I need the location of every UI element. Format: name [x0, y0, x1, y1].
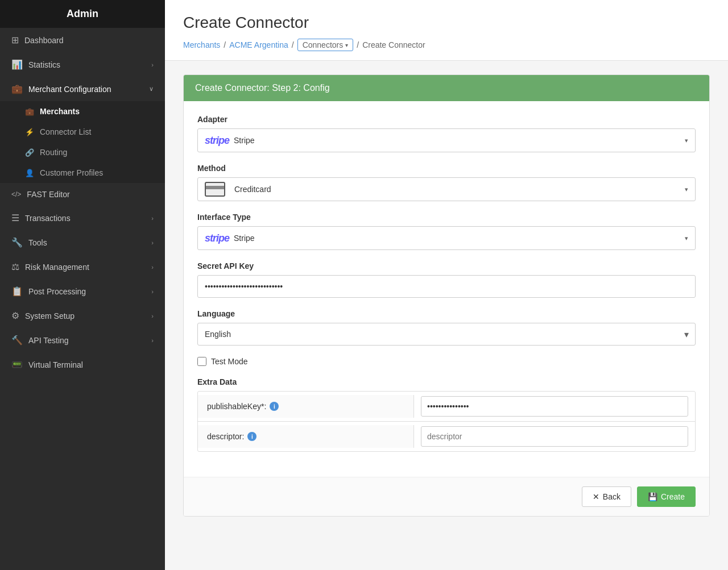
api-testing-icon: 🔨 — [11, 335, 23, 346]
back-button[interactable]: ✕ Back — [582, 486, 631, 507]
method-select[interactable]: Creditcard ▾ — [197, 177, 696, 201]
sidebar-item-label: API Testing — [28, 336, 69, 345]
chevron-down-icon: ▾ — [685, 186, 688, 193]
chevron-right-icon: › — [151, 264, 154, 271]
sidebar-item-routing[interactable]: 🔗 Routing — [0, 142, 165, 163]
breadcrumb-connectors-label: Connectors — [303, 40, 344, 49]
info-icon[interactable]: i — [247, 432, 257, 441]
sidebar-item-transactions[interactable]: ☰ Transactions › — [0, 206, 165, 230]
sidebar-header: Admin — [0, 0, 165, 28]
interface-type-label: Interface Type — [197, 213, 696, 222]
adapter-select[interactable]: stripe Stripe ▾ — [197, 128, 696, 152]
sidebar-item-label: Transactions — [25, 214, 71, 223]
breadcrumb: Merchants / ACME Argentina / Connectors … — [183, 39, 710, 51]
sidebar-item-fast-editor[interactable]: </> FAST Editor — [0, 183, 165, 206]
sidebar-item-merchant-configuration[interactable]: 💼 Merchant Configuration ∨ — [0, 77, 165, 101]
sidebar-item-connector-list[interactable]: ⚡ Connector List — [0, 122, 165, 142]
test-mode-label[interactable]: Test Mode — [211, 357, 248, 366]
sidebar-sub-label: Routing — [40, 148, 67, 157]
virtual-terminal-icon: 📟 — [11, 359, 23, 370]
extra-data-row: publishableKey*: i — [198, 392, 695, 422]
descriptor-label: descriptor: i — [198, 425, 414, 448]
sidebar-item-statistics[interactable]: 📊 Statistics › — [0, 52, 165, 77]
back-label: Back — [603, 492, 621, 501]
interface-type-select[interactable]: stripe Stripe ▾ — [197, 226, 696, 250]
breadcrumb-connectors-dropdown[interactable]: Connectors ▾ — [297, 39, 354, 51]
sidebar-item-post-processing[interactable]: 📋 Post Processing › — [0, 279, 165, 303]
page-title: Create Connector — [183, 14, 710, 32]
create-label: Create — [661, 492, 685, 501]
publishable-key-value — [414, 392, 695, 421]
chevron-right-icon: › — [151, 337, 154, 344]
tools-icon: 🔧 — [11, 237, 23, 248]
create-connector-card: Create Connector: Step 2: Config Adapter… — [183, 74, 710, 517]
interface-type-value: Stripe — [234, 234, 685, 243]
language-select-wrapper: English Spanish French — [197, 323, 696, 346]
language-select[interactable]: English Spanish French — [197, 323, 696, 346]
transactions-icon: ☰ — [11, 213, 19, 223]
language-label: Language — [197, 309, 696, 318]
chevron-right-icon: › — [151, 61, 154, 68]
stripe-logo-icon: stripe — [205, 135, 229, 147]
method-group: Method Creditcard ▾ — [197, 164, 696, 201]
card-body: Adapter stripe Stripe ▾ Method Creditcar… — [184, 101, 709, 477]
adapter-value: Stripe — [234, 136, 685, 145]
sidebar-sub-label: Merchants — [40, 107, 80, 116]
breadcrumb-acme[interactable]: ACME Argentina — [229, 40, 288, 49]
breadcrumb-create-connector: Create Connector — [362, 40, 425, 49]
info-icon[interactable]: i — [270, 402, 279, 411]
sidebar-item-dashboard[interactable]: ⊞ Dashboard — [0, 28, 165, 52]
main-content: Create Connector Merchants / ACME Argent… — [165, 0, 728, 570]
sidebar-sub-label: Connector List — [40, 127, 91, 136]
step-header-text: Create Connector: Step 2: Config — [195, 83, 330, 93]
sidebar-sub-menu: 💼 Merchants ⚡ Connector List 🔗 Routing 👤… — [0, 101, 165, 183]
publishable-key-input[interactable] — [421, 396, 688, 417]
card-footer: ✕ Back 💾 Create — [184, 477, 709, 516]
card-header: Create Connector: Step 2: Config — [184, 75, 709, 101]
descriptor-value — [414, 422, 695, 451]
sidebar-item-risk-management[interactable]: ⚖ Risk Management › — [0, 255, 165, 279]
adapter-group: Adapter stripe Stripe ▾ — [197, 115, 696, 152]
customer-icon: 👤 — [25, 169, 34, 177]
sidebar-item-label: Risk Management — [25, 263, 89, 272]
chevron-right-icon: › — [151, 215, 154, 222]
fast-editor-icon: </> — [11, 190, 21, 198]
language-group: Language English Spanish French — [197, 309, 696, 346]
save-icon: 💾 — [648, 492, 657, 501]
chevron-right-icon: › — [151, 288, 154, 295]
sidebar-item-merchants[interactable]: 💼 Merchants — [0, 101, 165, 122]
sidebar-item-label: Virtual Terminal — [28, 360, 83, 369]
routing-icon: 🔗 — [25, 148, 34, 157]
connector-icon: ⚡ — [25, 128, 34, 136]
test-mode-group: Test Mode — [197, 357, 696, 366]
dashboard-icon: ⊞ — [11, 35, 19, 45]
merchants-icon: 💼 — [25, 107, 34, 116]
chevron-down-icon: ▾ — [685, 137, 688, 144]
sidebar-item-label: System Setup — [25, 311, 75, 321]
sidebar-item-api-testing[interactable]: 🔨 API Testing › — [0, 328, 165, 352]
secret-api-key-label: Secret API Key — [197, 261, 696, 271]
secret-api-key-input[interactable] — [197, 275, 696, 298]
sidebar-item-label: FAST Editor — [27, 190, 69, 199]
breadcrumb-merchants[interactable]: Merchants — [183, 40, 220, 49]
sidebar-item-customer-profiles[interactable]: 👤 Customer Profiles — [0, 163, 165, 183]
publishable-key-label: publishableKey*: i — [198, 395, 414, 418]
sidebar: Admin ⊞ Dashboard 📊 Statistics › 💼 Merch… — [0, 0, 165, 570]
sidebar-item-virtual-terminal[interactable]: 📟 Virtual Terminal — [0, 352, 165, 377]
creditcard-icon — [205, 182, 225, 197]
page-header: Create Connector Merchants / ACME Argent… — [165, 0, 728, 61]
sidebar-item-system-setup[interactable]: ⚙ System Setup › — [0, 303, 165, 328]
chevron-right-icon: › — [151, 313, 154, 319]
statistics-icon: 📊 — [11, 59, 23, 70]
method-value: Creditcard — [234, 185, 685, 194]
chevron-right-icon: › — [151, 239, 154, 246]
descriptor-input[interactable] — [421, 426, 688, 447]
sidebar-item-label: Post Processing — [28, 287, 86, 296]
sidebar-item-label: Tools — [28, 238, 47, 247]
create-button[interactable]: 💾 Create — [637, 486, 696, 507]
test-mode-checkbox[interactable] — [197, 357, 206, 366]
sidebar-item-tools[interactable]: 🔧 Tools › — [0, 230, 165, 255]
risk-icon: ⚖ — [11, 261, 19, 272]
sidebar-item-label: Dashboard — [24, 36, 64, 45]
adapter-label: Adapter — [197, 115, 696, 124]
